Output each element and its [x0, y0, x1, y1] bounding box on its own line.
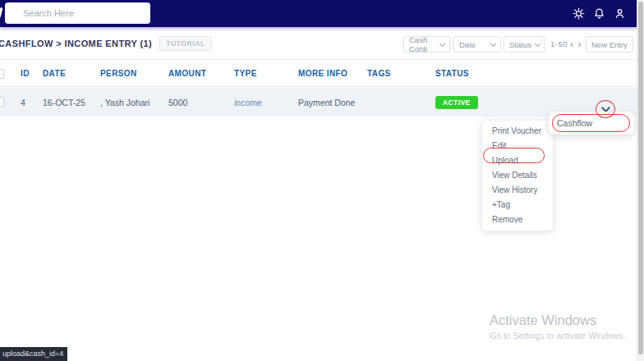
- scrollbar-thumb[interactable]: [638, 2, 643, 354]
- gear-icon[interactable]: [573, 7, 585, 20]
- status-filter-select[interactable]: Status: [504, 36, 545, 53]
- menu-item-edit[interactable]: Edit: [482, 139, 553, 153]
- top-navbar: [0, 0, 637, 27]
- date-filter-label: Date: [459, 40, 476, 49]
- table-row: 4 16-OCT-25 , Yash Johari 5000 income Pa…: [0, 88, 637, 117]
- column-header-more-info: MORE INFO: [298, 69, 367, 78]
- breadcrumb: CASHFLOW > INCOME ENTRY (1): [0, 39, 152, 48]
- app-window: CASHFLOW > INCOME ENTRY (1) TUTORIAL Cas…: [0, 0, 644, 361]
- activate-windows-subtext: Go to Settings to activate Windows.: [490, 331, 626, 340]
- cell-type: income: [234, 98, 298, 107]
- scrollbar-track[interactable]: [637, 0, 644, 361]
- row-checkbox-clipped: [0, 97, 4, 107]
- next-page-icon[interactable]: ›: [577, 37, 581, 52]
- cash-control-filter-select[interactable]: Cash Conti: [403, 36, 450, 53]
- column-header-tags: TAGS: [367, 69, 435, 78]
- menu-item-upload[interactable]: Upload: [482, 153, 553, 168]
- menu-item-remove[interactable]: Remove: [482, 212, 553, 227]
- search-input[interactable]: [5, 2, 150, 24]
- pagination-controls: ‹ ›: [570, 37, 582, 52]
- clipped-left-icon: [0, 7, 3, 18]
- menu-item-view-history[interactable]: View History: [482, 183, 553, 198]
- chevron-down-icon: [439, 40, 445, 46]
- person-icon[interactable]: [614, 7, 626, 20]
- activate-windows-watermark: Activate Windows: [490, 313, 596, 328]
- bell-icon[interactable]: [593, 7, 605, 20]
- column-header-amount: AMOUNT: [168, 69, 234, 78]
- tutorial-button[interactable]: TUTORIAL: [159, 36, 212, 51]
- cell-person: , Yash Johari: [100, 98, 168, 107]
- cell-amount: 5000: [168, 98, 234, 107]
- chevron-down-icon: [490, 40, 496, 46]
- cell-more-info: Payment Done: [298, 98, 367, 107]
- status-badge: ACTIVE: [435, 96, 478, 109]
- browser-status-url: upload&cash_id=4: [0, 347, 67, 361]
- navbar-icons: [573, 7, 626, 20]
- cashflow-flyout[interactable]: Cashflow: [549, 112, 634, 135]
- table-header-row: ID DATE PERSON AMOUNT TYPE MORE INFO TAG…: [0, 60, 637, 87]
- menu-item-print-voucher[interactable]: Print Voucher: [482, 124, 553, 139]
- prev-page-icon[interactable]: ‹: [570, 37, 573, 52]
- pagination-range: 1-50: [550, 39, 568, 48]
- status-filter-label: Status: [509, 40, 531, 49]
- column-header-status: STATUS: [435, 69, 637, 78]
- cash-control-filter-label: Cash Conti: [409, 35, 436, 53]
- column-header-person: PERSON: [100, 69, 168, 78]
- breadcrumb-row: CASHFLOW > INCOME ENTRY (1) TUTORIAL: [0, 36, 212, 51]
- menu-item-view-details[interactable]: View Details: [482, 168, 553, 183]
- column-header-type: TYPE: [234, 69, 298, 78]
- row-context-menu: Print Voucher Edit Upload View Details V…: [482, 121, 553, 231]
- cell-date: 16-OCT-25: [43, 98, 100, 107]
- column-header-date: DATE: [43, 69, 100, 78]
- new-entry-button[interactable]: New Entry: [586, 36, 633, 53]
- chevron-down-icon: [535, 40, 540, 46]
- cell-id: 4: [21, 98, 43, 107]
- header-checkbox-clipped: [0, 69, 4, 79]
- search-box: [5, 2, 150, 24]
- menu-item-tag[interactable]: +Tag: [482, 198, 553, 212]
- date-filter-select[interactable]: Date: [453, 36, 501, 53]
- column-header-id: ID: [21, 69, 43, 78]
